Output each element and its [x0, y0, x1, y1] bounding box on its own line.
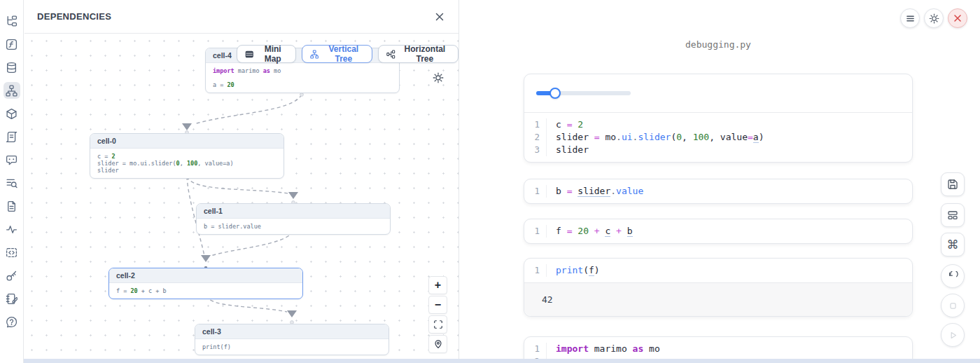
horizontal-tree-label: Horizontal Tree	[400, 44, 450, 64]
graph-node-cell-0[interactable]: cell-0 c = 2slider = mo.ui.slider(0, 100…	[90, 133, 284, 179]
fit-view-icon	[433, 320, 443, 329]
code-line: b = slider.value	[204, 223, 261, 230]
close-panel-button[interactable]	[433, 11, 446, 23]
sidebar-item-secrets[interactable]	[4, 267, 20, 284]
notepad-pencil-icon	[6, 293, 18, 305]
undo-button[interactable]	[941, 264, 965, 288]
shutdown-button[interactable]	[948, 8, 967, 28]
code-line: f = 20 + c + b	[116, 287, 167, 294]
line-number: 1	[524, 118, 547, 131]
vertical-tree-button[interactable]: Vertical Tree	[302, 45, 372, 63]
node-code: import marimo as moa = 20	[206, 63, 399, 93]
sidebar-item-help[interactable]	[4, 313, 20, 330]
code-line: slider = mo.ui.slider(0, 100, value=a)	[97, 160, 234, 167]
graph-settings-button[interactable]	[431, 71, 445, 85]
node-code: b = slider.value	[197, 219, 390, 234]
horizontal-tree-icon	[386, 49, 396, 60]
map-pin-icon	[433, 339, 443, 349]
cell-code-editor[interactable]: 1c = 22slider = mo.ui.slider(0, 100, val…	[524, 113, 912, 162]
code-line: slider	[97, 167, 119, 174]
vertical-tree-label: Vertical Tree	[323, 44, 364, 64]
code-line: a = 20	[213, 81, 234, 88]
menu-button[interactable]	[900, 8, 920, 28]
sidebar-item-chat[interactable]	[4, 151, 20, 168]
graph-node-cell-3[interactable]: cell-3 print(f)	[195, 324, 389, 355]
code-line: slider	[556, 144, 589, 156]
slider-widget[interactable]	[536, 91, 631, 95]
sidebar-item-documentation[interactable]	[4, 198, 20, 214]
node-title: cell-3	[195, 324, 388, 339]
sidebar-item-scratchpad[interactable]	[4, 290, 20, 307]
sidebar-item-file-tree[interactable]	[4, 13, 20, 29]
code-line: print(f)	[556, 264, 600, 277]
notebook-cell-slider: 1c = 22slider = mo.ui.slider(0, 100, val…	[524, 74, 913, 163]
stop-button[interactable]	[941, 294, 965, 317]
sidebar-item-packages[interactable]	[4, 105, 20, 122]
slider-output-area	[524, 74, 912, 113]
cell-output: 42	[524, 282, 912, 316]
dependencies-header: DEPENDENCIES	[24, 0, 458, 34]
cell-code-editor[interactable]: 1f = 20 + c + b	[524, 219, 912, 243]
graph-node-cell-1[interactable]: cell-1 b = slider.value	[196, 203, 391, 235]
minimap-button[interactable]: Mini Map	[237, 45, 296, 63]
fit-view-button[interactable]	[428, 315, 447, 334]
code-line: c = 2	[556, 118, 583, 131]
cell-code-editor[interactable]: 1b = slider.value	[524, 179, 912, 203]
notebook-top-controls	[900, 8, 967, 28]
node-code: f = 20 + c + b	[109, 283, 302, 299]
horizontal-tree-button[interactable]: Horizontal Tree	[378, 45, 458, 63]
rows-icon	[245, 49, 253, 60]
sidebar-item-variables[interactable]	[4, 36, 20, 53]
close-icon	[435, 12, 444, 22]
sidebar-item-tracing[interactable]	[4, 221, 20, 238]
line-number: 1	[524, 225, 547, 238]
notebook-cell-print: 1print(f) 42	[524, 258, 913, 317]
node-code: c = 2slider = mo.ui.slider(0, 100, value…	[90, 149, 284, 178]
command-icon: ⌘	[947, 239, 959, 251]
scroll-icon	[6, 131, 18, 143]
line-number: 2	[524, 131, 547, 144]
play-icon	[948, 330, 958, 341]
sidebar-item-logs[interactable]	[4, 128, 20, 145]
layout-toggle-button[interactable]	[941, 203, 965, 227]
node-title: cell-0	[90, 134, 284, 149]
line-number: 1	[524, 343, 547, 355]
code-line: import marimo as mo	[213, 67, 281, 74]
run-button[interactable]	[941, 323, 965, 347]
function-square-icon	[6, 39, 18, 50]
cell-code-editor[interactable]: 1print(f)	[524, 259, 912, 282]
settings-button[interactable]	[924, 8, 944, 28]
helper-sidebar	[0, 0, 24, 363]
keyboard-shortcuts-button[interactable]: ⌘	[941, 233, 965, 256]
code-line: c = 2	[97, 153, 115, 160]
notebook-cell-f: 1f = 20 + c + b	[524, 219, 913, 244]
layout-icon	[947, 210, 958, 221]
key-icon	[6, 270, 18, 282]
sidebar-item-dependency-graph[interactable]	[4, 82, 20, 99]
horizontal-scrollbar[interactable]	[24, 359, 980, 363]
sidebar-item-datasources[interactable]	[4, 59, 20, 76]
dependency-graph-canvas[interactable]: cell-4 import marimo as moa = 20 cell-0 …	[24, 34, 458, 363]
shutdown-x-icon	[953, 14, 962, 22]
notebook-filename[interactable]: debugging.py	[524, 39, 913, 50]
slider-handle[interactable]	[550, 88, 561, 99]
help-icon	[6, 316, 18, 328]
database-icon	[6, 62, 18, 74]
lock-pin-button[interactable]	[428, 335, 447, 353]
dependencies-panel: DEPENDENCIES	[24, 0, 459, 363]
zoom-in-button[interactable]: +	[428, 276, 447, 294]
hamburger-menu-icon	[906, 14, 915, 23]
graph-node-cell-2[interactable]: cell-2 f = 20 + c + b	[108, 268, 303, 299]
undo-icon	[948, 271, 958, 282]
save-button[interactable]	[941, 172, 965, 196]
sidebar-item-snippets[interactable]	[4, 244, 20, 261]
node-code: print(f)	[195, 339, 388, 355]
line-number: 1	[524, 264, 547, 277]
sidebar-item-find-replace[interactable]	[4, 174, 20, 191]
dependency-graph-icon	[6, 85, 18, 97]
vertical-tree-icon	[310, 49, 318, 60]
gear-icon	[929, 13, 939, 24]
code-line: print(f)	[202, 343, 231, 350]
gear-icon	[433, 72, 444, 83]
zoom-out-button[interactable]: −	[428, 296, 447, 314]
